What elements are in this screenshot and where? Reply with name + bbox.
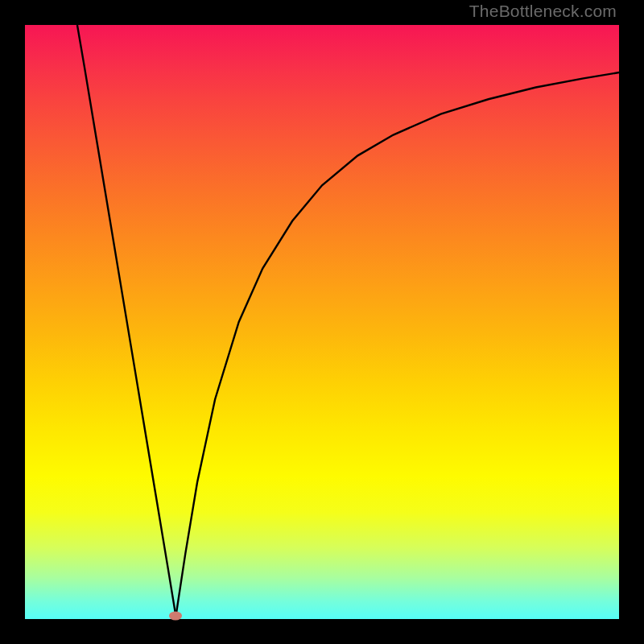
bottleneck-curve — [25, 25, 619, 619]
chart-frame: TheBottleneck.com — [0, 0, 644, 644]
minimum-marker — [169, 612, 182, 621]
plot-area — [25, 25, 619, 619]
curve-right-branch — [175, 72, 619, 616]
curve-left-branch — [77, 25, 176, 616]
watermark-text: TheBottleneck.com — [469, 2, 617, 21]
